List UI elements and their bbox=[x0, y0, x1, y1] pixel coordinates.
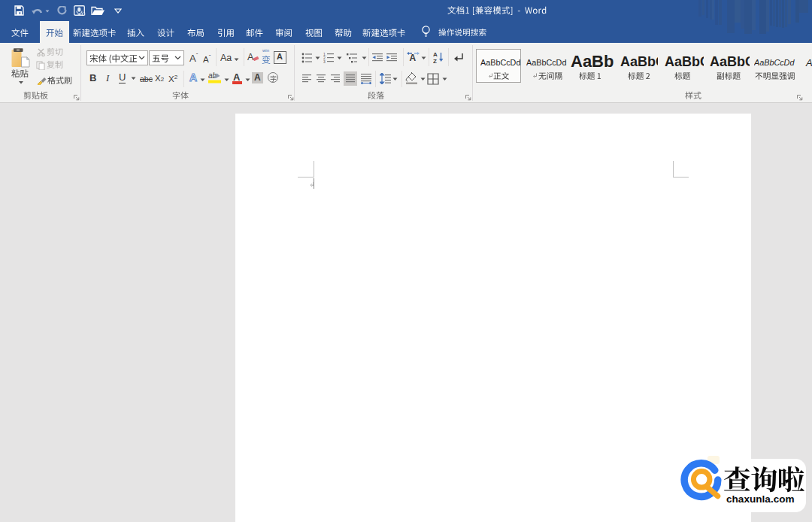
svg-text:Z: Z bbox=[433, 58, 437, 64]
svg-text:A: A bbox=[410, 53, 417, 63]
svg-text:3: 3 bbox=[323, 59, 326, 64]
svg-text:A: A bbox=[433, 51, 438, 58]
